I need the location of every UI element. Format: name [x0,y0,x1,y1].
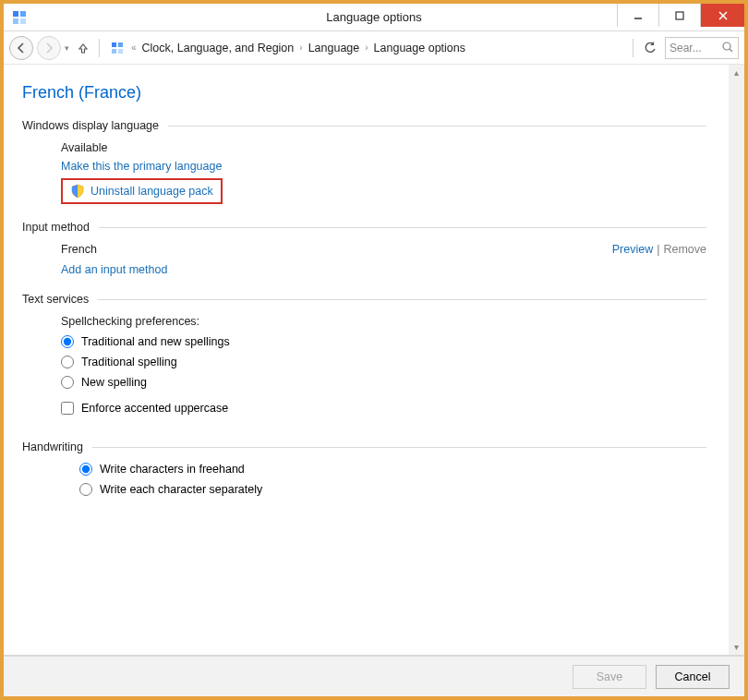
radio-separate[interactable]: Write each character separately [79,483,706,496]
breadcrumb-item[interactable]: Language options [374,42,465,54]
window-frame: Language options ▾ [0,0,748,700]
svg-rect-0 [13,11,18,17]
radio-new[interactable]: New spelling [61,376,706,389]
titlebar: Language options [4,4,744,31]
section-header-label: Text services [22,293,89,306]
content-scroll: French (France) Windows display language… [4,65,729,655]
uninstall-language-pack-highlight: Uninstall language pack [61,178,223,204]
close-button[interactable] [700,4,744,27]
svg-rect-11 [118,49,123,54]
svg-rect-9 [118,42,123,47]
nav-recent-dropdown-icon[interactable]: ▾ [65,43,69,53]
search-icon [721,41,734,54]
shield-icon [70,184,85,199]
navbar: ▾ « Clock, Language, and Region › Langua… [4,31,744,65]
uninstall-language-pack-link[interactable]: Uninstall language pack [90,185,213,198]
svg-rect-1 [20,11,26,17]
section-display-language: Windows display language Available Make … [22,119,706,204]
chevron-right-icon: › [297,42,304,53]
window-controls [617,4,744,30]
checkbox-label: Enforce accented uppercase [81,402,228,415]
svg-rect-5 [676,12,683,19]
scroll-up-icon[interactable]: ▴ [729,65,744,80]
breadcrumb-item[interactable]: Clock, Language, and Region [142,42,295,54]
save-button: Save [573,665,646,689]
maximize-button[interactable] [658,4,700,27]
svg-rect-2 [13,18,18,24]
radio-input[interactable] [61,335,74,348]
separator: | [657,243,659,256]
section-divider [99,227,706,228]
cancel-button[interactable]: Cancel [656,665,730,689]
search-input[interactable]: Sear... [665,37,739,59]
refresh-button[interactable] [639,36,661,60]
chevron-left-icon: « [129,42,139,53]
nav-up-button[interactable] [73,36,93,60]
radio-input[interactable] [79,463,92,476]
section-handwriting: Handwriting Write characters in freehand… [22,441,706,496]
radio-input[interactable] [79,483,92,496]
control-panel-icon [109,40,126,56]
input-method-name: French [61,243,97,256]
radio-traditional[interactable]: Traditional spelling [61,356,706,368]
display-language-status: Available [61,141,108,154]
radio-label: Write characters in freehand [100,463,245,476]
preview-link[interactable]: Preview [612,243,653,256]
breadcrumb-item[interactable]: Language [308,42,360,54]
spellchecking-label: Spellchecking preferences: [61,315,199,328]
scroll-down-icon[interactable]: ▾ [729,639,744,655]
scroll-track[interactable] [729,80,744,639]
checkbox-enforce-accented[interactable]: Enforce accented uppercase [61,402,706,415]
app-icon [11,9,28,26]
radio-label: Write each character separately [100,483,262,496]
radio-input[interactable] [61,356,74,368]
section-divider [98,299,706,300]
vertical-scrollbar[interactable]: ▴ ▾ [729,65,744,655]
chevron-right-icon: › [363,42,369,53]
content-area: French (France) Windows display language… [4,65,744,656]
radio-freehand[interactable]: Write characters in freehand [79,463,706,476]
footer: Save Cancel [4,656,744,696]
nav-forward-button[interactable] [37,36,61,60]
section-header-label: Windows display language [22,119,159,132]
radio-label: Traditional spelling [81,356,177,368]
svg-rect-3 [20,18,26,24]
svg-rect-8 [112,42,116,47]
svg-rect-10 [112,49,116,54]
nav-back-button[interactable] [9,36,33,60]
radio-label: New spelling [81,376,147,389]
radio-traditional-and-new[interactable]: Traditional and new spellings [61,335,706,348]
svg-line-13 [730,49,732,52]
checkbox-input[interactable] [61,402,74,415]
section-header-label: Input method [22,221,90,234]
svg-point-12 [723,42,730,50]
radio-input[interactable] [61,376,74,389]
separator [633,39,633,57]
page-title: French (France) [22,83,706,103]
section-input-method: Input method French Preview | Remove Add… [22,221,706,276]
remove-link: Remove [663,243,706,256]
section-text-services: Text services Spellchecking preferences:… [22,293,706,415]
section-divider [168,126,706,127]
minimize-button[interactable] [617,4,658,27]
section-header-label: Handwriting [22,441,83,453]
breadcrumb[interactable]: « Clock, Language, and Region › Language… [105,36,627,60]
search-placeholder: Sear... [670,42,702,54]
radio-label: Traditional and new spellings [81,335,230,348]
make-primary-link[interactable]: Make this the primary language [61,160,222,173]
add-input-method-link[interactable]: Add an input method [61,263,167,276]
separator [99,39,100,57]
section-divider [92,447,706,448]
